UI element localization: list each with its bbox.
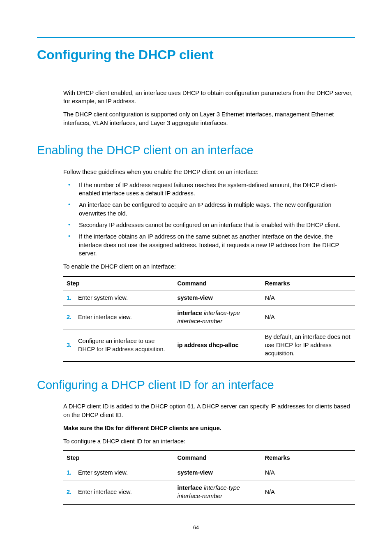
step-command: system-view: [174, 465, 261, 480]
list-item: If the number of IP address request fail…: [63, 181, 355, 198]
step-command: interface interface-type interface-numbe…: [174, 480, 261, 504]
step-desc: Enter interface view.: [75, 480, 174, 504]
enable-lead: Follow these guidelines when you enable …: [63, 168, 355, 176]
th-step: Step: [63, 451, 174, 465]
step-number: 3.: [63, 329, 75, 361]
enable-table-intro: To enable the DHCP client on an interfac…: [63, 262, 355, 271]
step-remarks: N/A: [261, 290, 355, 305]
table-row: 2. Enter interface view. interface inter…: [63, 480, 355, 504]
intro-paragraph-1: With DHCP client enabled, an interface u…: [63, 89, 355, 106]
step-number: 2.: [63, 306, 75, 329]
step-command: system-view: [174, 290, 261, 305]
cmd-bold: interface: [177, 484, 202, 491]
th-command: Command: [174, 451, 261, 465]
list-item: An interface can be configured to acquir…: [63, 201, 355, 218]
section-heading-client-id: Configuring a DHCP client ID for an inte…: [37, 377, 355, 394]
step-number: 1.: [63, 290, 75, 305]
table-row: 1. Enter system view. system-view N/A: [63, 465, 355, 480]
th-command: Command: [174, 276, 261, 290]
step-remarks: N/A: [261, 306, 355, 329]
section-heading-enable: Enabling the DHCP client on an interface: [37, 142, 355, 159]
step-desc: Enter system view.: [75, 465, 174, 480]
cmd-bold: system-view: [177, 469, 212, 476]
th-remarks: Remarks: [261, 276, 355, 290]
table-header-row: Step Command Remarks: [63, 276, 355, 290]
step-remarks: N/A: [261, 480, 355, 504]
enable-guidelines-list: If the number of IP address request fail…: [63, 181, 355, 257]
section-enable-body: Follow these guidelines when you enable …: [63, 168, 355, 362]
step-number: 1.: [63, 465, 75, 480]
table-row: 1. Enter system view. system-view N/A: [63, 290, 355, 305]
cmd-bold: interface: [177, 310, 202, 316]
cmd-bold: system-view: [177, 294, 212, 301]
step-remarks: N/A: [261, 465, 355, 480]
list-item: Secondary IP addresses cannot be configu…: [63, 221, 355, 229]
page-title: Configuring the DHCP client: [37, 46, 355, 64]
step-remarks: By default, an interface does not use DH…: [261, 329, 355, 361]
step-number: 2.: [63, 480, 75, 504]
intro-paragraph-2: The DHCP client configuration is support…: [63, 110, 355, 127]
client-id-table-intro: To configure a DHCP client ID for an int…: [63, 437, 355, 445]
step-desc: Configure an interface to use DHCP for I…: [75, 329, 174, 361]
client-id-steps-table: Step Command Remarks 1. Enter system vie…: [63, 450, 355, 504]
step-command: ip address dhcp-alloc: [174, 329, 261, 361]
step-desc: Enter system view.: [75, 290, 174, 305]
list-item: If the interface obtains an IP address o…: [63, 232, 355, 257]
table-header-row: Step Command Remarks: [63, 451, 355, 465]
cmd-bold: ip address dhcp-alloc: [177, 342, 238, 348]
step-desc: Enter interface view.: [75, 306, 174, 329]
th-step: Step: [63, 276, 174, 290]
page-number: 64: [37, 524, 355, 532]
section-client-id-body: A DHCP client ID is added to the DHCP op…: [63, 402, 355, 504]
enable-steps-table: Step Command Remarks 1. Enter system vie…: [63, 276, 355, 362]
table-row: 2. Enter interface view. interface inter…: [63, 306, 355, 329]
step-command: interface interface-type interface-numbe…: [174, 306, 261, 329]
accent-rule: [37, 37, 355, 38]
table-row: 3. Configure an interface to use DHCP fo…: [63, 329, 355, 361]
client-id-warning: Make sure the IDs for different DHCP cli…: [63, 424, 355, 432]
th-remarks: Remarks: [261, 451, 355, 465]
client-id-paragraph: A DHCP client ID is added to the DHCP op…: [63, 402, 355, 419]
intro-block: With DHCP client enabled, an interface u…: [63, 89, 355, 127]
